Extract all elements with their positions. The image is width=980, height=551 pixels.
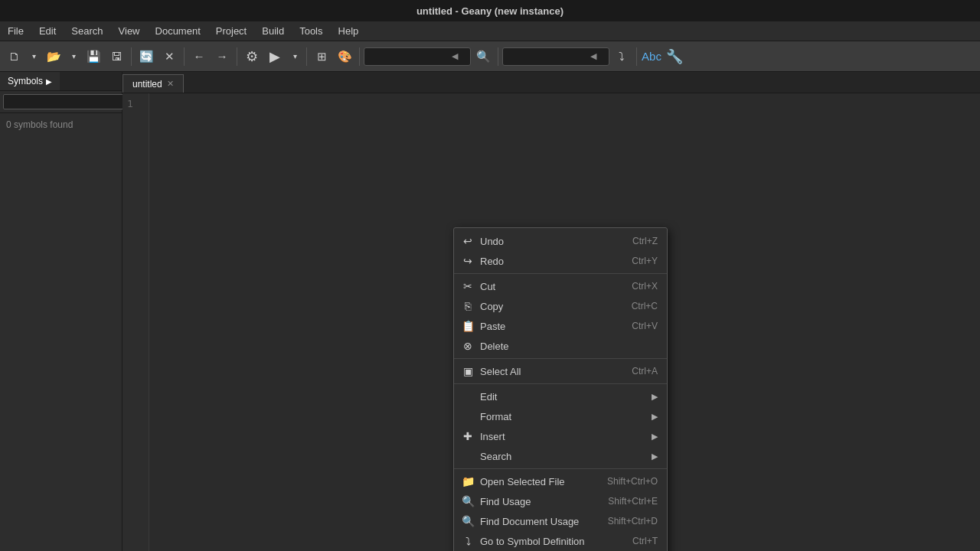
preferences-button[interactable]: 🔧 (664, 46, 685, 67)
new-file-dropdown[interactable]: ▾ (26, 46, 41, 67)
ctx-item-openfile[interactable]: 📁Open Selected FileShift+Ctrl+O (454, 471, 667, 491)
ctx-icon-cut: ✂ (462, 280, 474, 292)
reload-button[interactable]: 🔄 (136, 46, 157, 67)
ctx-icon-edit (462, 390, 474, 403)
ctx-label-redo: Redo (480, 256, 626, 267)
main-area: Symbols ▶ ◀ 0 symbols found untitled ✕ 1 (0, 72, 980, 551)
menu-help[interactable]: Help (331, 21, 367, 41)
jump-to-clear[interactable]: ◀ (590, 51, 596, 61)
ctx-item-finddoc[interactable]: 🔍Find Document UsageShift+Ctrl+D (454, 511, 667, 531)
tb-sep5 (359, 47, 360, 66)
toolbar-search-input[interactable] (368, 51, 452, 62)
tb-sep3 (237, 47, 237, 66)
ctx-shortcut-copy: Ctrl+C (632, 301, 658, 311)
ctx-item-findusage[interactable]: 🔍Find UsageShift+Ctrl+E (454, 491, 667, 511)
tb-sep7 (636, 47, 637, 66)
editor-content[interactable]: 1 ↩UndoCtrl+Z↪RedoCtrl+Y✂CutCtrl+X⎘CopyC… (122, 93, 980, 551)
redo-button[interactable]: → (211, 46, 233, 67)
ctx-item-redo[interactable]: ↪RedoCtrl+Y (454, 251, 667, 271)
undo-button[interactable]: ← (188, 46, 210, 67)
sidebar-search-input[interactable] (3, 94, 126, 109)
find-button[interactable]: 🔍 (472, 46, 494, 67)
sidebar-tab-symbols[interactable]: Symbols ▶ (0, 72, 60, 90)
ctx-submenu-format[interactable]: Format▶ (454, 406, 667, 426)
jump-to-box: ◀ (502, 47, 609, 66)
menu-view[interactable]: View (111, 21, 148, 41)
ctx-item-copy[interactable]: ⎘CopyCtrl+C (454, 296, 667, 316)
ctx-label-copy: Copy (480, 301, 626, 312)
close-button[interactable]: ✕ (158, 46, 180, 67)
ctx-arrow-format: ▶ (652, 412, 658, 422)
save-file-button[interactable]: 💾 (83, 46, 104, 67)
ctx-label-insert: Insert (480, 431, 645, 442)
editor-tab-untitled[interactable]: untitled ✕ (122, 74, 184, 93)
sidebar-content: 0 symbols found (0, 113, 122, 551)
ctx-icon-redo: ↪ (462, 255, 474, 267)
ctx-arrow-edit: ▶ (652, 392, 658, 402)
menu-search[interactable]: Search (64, 21, 110, 41)
ctx-label-delete: Delete (480, 341, 658, 352)
ctx-shortcut-findusage: Shift+Ctrl+E (608, 496, 658, 507)
ctx-item-cut[interactable]: ✂CutCtrl+X (454, 276, 667, 296)
ctx-label-paste: Paste (480, 321, 626, 332)
sidebar-chevron: ▶ (46, 77, 52, 86)
save-all-button[interactable]: 🖫 (106, 46, 127, 67)
ctx-separator-sep3 (454, 383, 667, 384)
ctx-icon-selectall: ▣ (462, 365, 474, 377)
ctx-shortcut-openfile: Shift+Ctrl+O (607, 476, 658, 487)
window-title: untitled - Geany (new instance) (416, 5, 564, 17)
jump-to-input[interactable] (506, 51, 590, 62)
spellcheck-button[interactable]: Abc (641, 46, 662, 67)
ctx-label-cut: Cut (480, 281, 626, 292)
menu-file[interactable]: File (0, 21, 31, 41)
menu-document[interactable]: Document (148, 21, 208, 41)
ctx-icon-openfile: 📁 (462, 475, 474, 487)
editor-area: untitled ✕ 1 ↩UndoCtrl+Z↪RedoCtrl+Y✂CutC… (122, 72, 980, 551)
ctx-item-undo[interactable]: ↩UndoCtrl+Z (454, 231, 667, 251)
ctx-label-finddoc: Find Document Usage (480, 516, 602, 527)
tab-close-button[interactable]: ✕ (167, 79, 174, 89)
run-button[interactable]: ▶ (264, 46, 286, 67)
ctx-label-format: Format (480, 411, 645, 422)
ctx-shortcut-selectall: Ctrl+A (632, 366, 658, 377)
menu-project[interactable]: Project (208, 21, 254, 41)
context-menu: ↩UndoCtrl+Z↪RedoCtrl+Y✂CutCtrl+X⎘CopyCtr… (453, 227, 668, 551)
ctx-submenu-edit[interactable]: Edit▶ (454, 386, 667, 406)
ctx-icon-gotosym: ⤵ (462, 535, 474, 547)
menu-edit[interactable]: Edit (31, 21, 64, 41)
menu-tools[interactable]: Tools (292, 21, 330, 41)
build-dropdown[interactable]: ▾ (287, 46, 302, 67)
ctx-label-undo: Undo (480, 236, 626, 247)
ctx-submenu-insert[interactable]: ✚Insert▶ (454, 426, 667, 446)
ctx-separator-sep2 (454, 358, 667, 359)
color-button[interactable]: 🎨 (334, 46, 355, 67)
line-number-1: 1 (127, 96, 144, 112)
toolbar: 🗋 ▾ 📂 ▾ 💾 🖫 🔄 ✕ ← → ⚙ ▶ ▾ ⊞ 🎨 ◀ 🔍 ◀ ⤵ Ab… (0, 41, 980, 72)
open-file-button[interactable]: 📂 (43, 46, 64, 67)
ctx-item-gotosym[interactable]: ⤵Go to Symbol DefinitionCtrl+T (454, 531, 667, 551)
ctx-arrow-insert: ▶ (652, 432, 658, 442)
ctx-shortcut-undo: Ctrl+Z (632, 236, 658, 246)
ctx-item-paste[interactable]: 📋PasteCtrl+V (454, 316, 667, 336)
ctx-item-delete[interactable]: ⊗Delete (454, 336, 667, 356)
title-bar: untitled - Geany (new instance) (0, 0, 980, 21)
ctx-label-gotosym: Go to Symbol Definition (480, 536, 626, 547)
tb-sep1 (131, 47, 132, 66)
new-file-button[interactable]: 🗋 (3, 46, 24, 67)
tab-label: untitled (132, 79, 162, 90)
ctx-shortcut-gotosym: Ctrl+T (632, 536, 658, 546)
ctx-shortcut-paste: Ctrl+V (632, 321, 658, 331)
sidebar-search: ◀ (0, 91, 122, 113)
open-file-dropdown[interactable]: ▾ (66, 46, 81, 67)
toolbar-search-clear[interactable]: ◀ (452, 51, 458, 61)
jump-button[interactable]: ⤵ (611, 46, 632, 67)
ctx-item-selectall[interactable]: ▣Select AllCtrl+A (454, 361, 667, 381)
menu-build[interactable]: Build (254, 21, 292, 41)
ctx-submenu-search[interactable]: Search▶ (454, 446, 667, 466)
sidebar-tabs: Symbols ▶ (0, 72, 122, 91)
ctx-icon-search (462, 450, 474, 462)
tb-sep4 (306, 47, 307, 66)
terminal-button[interactable]: ⊞ (311, 46, 332, 67)
compile-button[interactable]: ⚙ (241, 46, 263, 67)
ctx-icon-paste: 📋 (462, 320, 474, 332)
